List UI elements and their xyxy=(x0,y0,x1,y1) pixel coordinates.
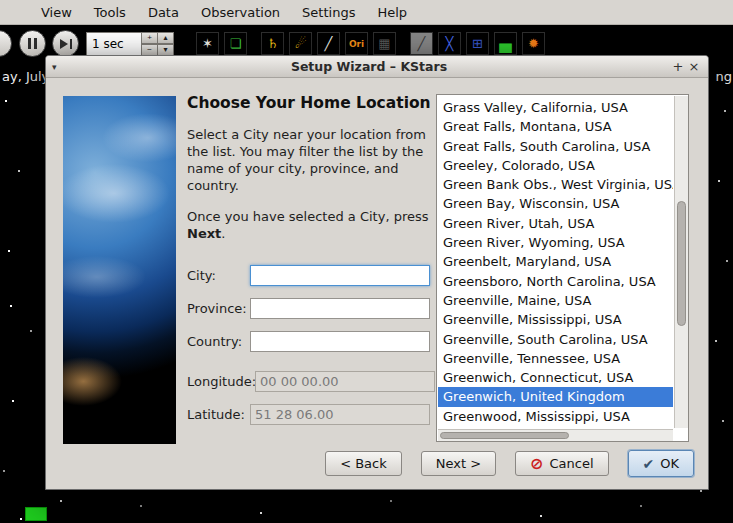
kstars-application: View Tools Data Observation Settings Hel… xyxy=(0,0,733,523)
menu-observation[interactable]: Observation xyxy=(190,1,291,24)
latitude-field xyxy=(250,404,430,425)
horizontal-scrollbar-thumb[interactable] xyxy=(440,432,569,439)
province-input[interactable] xyxy=(250,298,430,319)
province-label: Province: xyxy=(187,301,250,316)
cancel-button[interactable]: ⊘ Cancel xyxy=(515,451,608,476)
vertical-scrollbar[interactable] xyxy=(674,96,688,428)
menu-tools[interactable]: Tools xyxy=(83,1,137,24)
menu-view[interactable]: View xyxy=(30,1,83,24)
list-item[interactable]: Greeley, Colorado, USA xyxy=(438,156,673,175)
window-menu-icon[interactable]: ▾ xyxy=(52,62,68,72)
longitude-field xyxy=(255,371,435,392)
maximize-icon[interactable]: + xyxy=(670,60,686,74)
next-button[interactable]: Next > xyxy=(421,451,496,476)
planets-icon[interactable]: ♄ xyxy=(261,32,284,55)
location-filter-form: City: Province: Country: Longitude: Lati… xyxy=(187,265,430,430)
time-unit-up-button[interactable]: ▴ xyxy=(158,32,174,44)
time-step-spinbox: + − ▴ ▾ xyxy=(86,32,174,56)
stars-icon[interactable]: ✶ xyxy=(196,32,219,55)
list-item[interactable]: Green River, Wyoming, USA xyxy=(438,233,673,252)
list-item[interactable]: Greenwich, Connecticut, USA xyxy=(438,368,673,387)
intro-paragraph: Select a City near your location from th… xyxy=(187,126,430,195)
time-step-increase-button[interactable]: + xyxy=(142,32,158,44)
view-toolbar: ✶ ❏ ♄ ☄ ╱ Ori ▦ ╱ ╳ ⊞ ▄ ✹ xyxy=(196,32,545,55)
hint-text: Once you have selected a City, press xyxy=(187,209,429,224)
step-forward-button[interactable] xyxy=(52,30,79,57)
city-list: Grass Valley, California, USA Great Fall… xyxy=(436,94,689,442)
next-hint-paragraph: Once you have selected a City, press Nex… xyxy=(187,208,430,242)
longitude-label: Longitude: xyxy=(187,374,255,389)
list-item[interactable]: Green River, Utah, USA xyxy=(438,214,673,233)
back-button[interactable]: < Back xyxy=(325,451,402,476)
menu-data[interactable]: Data xyxy=(137,1,190,24)
vertical-scrollbar-thumb[interactable] xyxy=(677,201,686,326)
time-step-input[interactable] xyxy=(86,32,142,56)
dialog-title: Setup Wizard – KStars xyxy=(68,59,670,74)
next-button-label: Next > xyxy=(436,456,481,471)
asteroids-icon[interactable]: ╱ xyxy=(317,32,340,55)
hint-period: . xyxy=(221,226,225,241)
horizontal-scrollbar[interactable] xyxy=(438,429,673,441)
cancel-button-label: Cancel xyxy=(549,456,593,471)
list-item[interactable]: Greenbelt, Maryland, USA xyxy=(438,252,673,271)
supernovae-icon[interactable]: ✹ xyxy=(522,32,545,55)
step-forward-icon xyxy=(60,39,72,49)
list-item[interactable]: Greenville, Mississippi, USA xyxy=(438,310,673,329)
latitude-label: Latitude: xyxy=(187,407,250,422)
page-title: Choose Your Home Location xyxy=(187,94,430,112)
city-label: City: xyxy=(187,268,250,283)
milky-way-icon[interactable]: ▦ xyxy=(373,32,396,55)
list-item[interactable]: Greenville, South Carolina, USA xyxy=(438,330,673,349)
constellation-lines-icon[interactable]: ╳ xyxy=(438,32,461,55)
dialog-button-row: < Back Next > ⊘ Cancel ✔ OK xyxy=(46,450,694,477)
list-item[interactable]: Grass Valley, California, USA xyxy=(438,98,673,117)
list-item-selected[interactable]: Greenwich, United Kingdom xyxy=(438,387,673,406)
list-item[interactable]: Green Bay, Wisconsin, USA xyxy=(438,194,673,213)
list-item[interactable]: Greenville, Tennessee, USA xyxy=(438,349,673,368)
equatorial-grid-icon[interactable]: ⊞ xyxy=(466,32,489,55)
hint-next-bold: Next xyxy=(187,226,221,241)
time-backward-button[interactable] xyxy=(0,30,12,57)
deep-sky-objects-icon[interactable]: ❏ xyxy=(224,32,247,55)
city-input[interactable] xyxy=(250,265,430,286)
list-item[interactable]: Great Falls, Montana, USA xyxy=(438,117,673,136)
close-icon[interactable]: × xyxy=(686,60,702,74)
constellation-names-icon[interactable]: Ori xyxy=(345,32,368,55)
list-item[interactable]: Green Bank Obs., West Virginia, USA xyxy=(438,175,673,194)
city-list-viewport: Grass Valley, California, USA Great Fall… xyxy=(438,96,673,428)
country-input[interactable] xyxy=(250,331,430,352)
cancel-icon: ⊘ xyxy=(530,456,543,472)
menu-settings[interactable]: Settings xyxy=(291,1,366,24)
checkmark-icon: ✔ xyxy=(643,457,655,471)
earth-banner-image xyxy=(63,96,176,444)
menu-help[interactable]: Help xyxy=(366,1,418,24)
statusbar-green-indicator xyxy=(25,507,47,521)
pause-icon xyxy=(28,38,37,49)
dialog-titlebar[interactable]: ▾ Setup Wizard – KStars + × xyxy=(46,56,708,78)
setup-wizard-dialog: ▾ Setup Wizard – KStars + × Choose Your … xyxy=(45,55,709,490)
list-item[interactable]: Greenwood, Mississippi, USA xyxy=(438,407,673,426)
horizontal-grid-icon[interactable]: ╱ xyxy=(410,32,433,55)
menubar: View Tools Data Observation Settings Hel… xyxy=(0,0,733,25)
list-item[interactable]: Greensboro, North Carolina, USA xyxy=(438,272,673,291)
ok-button-label: OK xyxy=(660,456,679,471)
sky-date-text-fragment: ay, July xyxy=(2,69,49,84)
list-item[interactable]: Greenville, Maine, USA xyxy=(438,291,673,310)
ground-icon[interactable]: ▄ xyxy=(494,32,517,55)
comets-icon[interactable]: ☄ xyxy=(289,32,312,55)
wizard-text-column: Choose Your Home Location Select a City … xyxy=(187,94,430,255)
list-item[interactable]: Great Falls, South Carolina, USA xyxy=(438,137,673,156)
pause-button[interactable] xyxy=(19,30,46,57)
ok-button[interactable]: ✔ OK xyxy=(628,450,695,477)
country-label: Country: xyxy=(187,334,250,349)
back-button-label: < Back xyxy=(340,456,387,471)
sky-label-text-fragment: ng xyxy=(716,69,733,84)
